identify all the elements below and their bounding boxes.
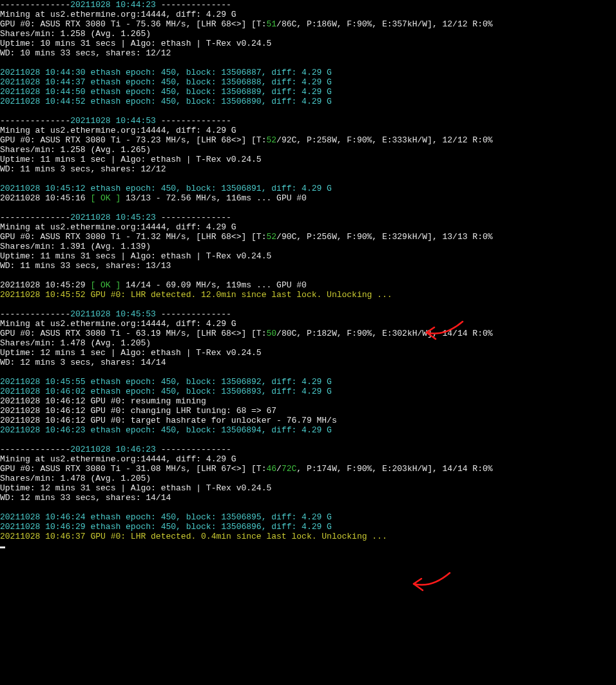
log-segment: GPU #0: ASUS RTX 3080 Ti - 71.32 MH/s, [… [0, 232, 266, 242]
log-line: Uptime: 11 mins 1 sec | Algo: ethash | T… [0, 155, 616, 164]
log-segment: Mining at us2.ethermine.org:14444, diff:… [0, 319, 236, 329]
log-segment: 20211028 10:44:50 ethash epoch: 450, blo… [0, 87, 332, 97]
log-line: Uptime: 12 mins 31 secs | Algo: ethash |… [0, 483, 616, 493]
log-line: 20211028 10:46:29 ethash epoch: 450, blo… [0, 522, 616, 532]
log-segment: Mining at us2.ethermine.org:14444, diff:… [0, 454, 236, 464]
log-segment: 20211028 10:46:12 GPU #0: target hashrat… [0, 416, 337, 425]
log-segment: 51 [266, 19, 276, 29]
log-line [0, 503, 616, 512]
log-line [0, 106, 616, 116]
log-line: Mining at us2.ethermine.org:14444, diff:… [0, 454, 616, 464]
log-line: 20211028 10:45:29 [ OK ] 14/14 - 69.09 M… [0, 280, 616, 290]
log-segment: Uptime: 11 mins 31 secs | Algo: ethash |… [0, 251, 271, 261]
log-line: Uptime: 10 mins 31 secs | Algo: ethash |… [0, 39, 616, 48]
log-line: Shares/min: 1.478 (Avg. 1.205) [0, 338, 616, 348]
log-line: 20211028 10:44:30 ethash epoch: 450, blo… [0, 68, 616, 77]
log-segment: 50 [266, 329, 276, 338]
log-line: --------------20211028 10:46:23 --------… [0, 445, 616, 454]
log-line: WD: 11 mins 33 secs, shares: 13/13 [0, 261, 616, 271]
log-segment: WD: 11 mins 33 secs, shares: 13/13 [0, 261, 171, 271]
log-line: 20211028 10:46:02 ethash epoch: 450, blo… [0, 387, 616, 396]
log-line [0, 174, 616, 184]
log-segment: 20211028 10:45:29 [0, 280, 90, 290]
log-segment: -------------- [156, 309, 231, 319]
log-segment: Uptime: 11 mins 1 sec | Algo: ethash | T… [0, 155, 262, 164]
log-segment: -------------- [0, 445, 70, 454]
log-line: 20211028 10:46:23 ethash epoch: 450, blo… [0, 425, 616, 435]
log-segment: 52 [266, 232, 276, 242]
log-segment: WD: 12 mins 3 secs, shares: 14/14 [0, 358, 166, 367]
log-segment: Shares/min: 1.258 (Avg. 1.265) [0, 29, 151, 39]
log-line: Shares/min: 1.478 (Avg. 1.205) [0, 474, 616, 483]
log-line: GPU #0: ASUS RTX 3080 Ti - 71.32 MH/s, [… [0, 232, 616, 242]
log-segment: 20211028 10:46:02 ethash epoch: 450, blo… [0, 387, 332, 396]
log-segment: 20211028 10:44:30 ethash epoch: 450, blo… [0, 68, 332, 77]
log-segment: 20211028 10:46:12 GPU #0: changing LHR t… [0, 406, 276, 416]
log-segment: -------------- [0, 0, 70, 10]
log-segment: 72C [282, 464, 296, 474]
log-segment: 14/14 - 69.09 MH/s, 119ms ... GPU #0 [120, 280, 307, 290]
log-segment: Uptime: 12 mins 31 secs | Algo: ethash |… [0, 483, 271, 493]
log-line: Mining at us2.ethermine.org:14444, diff:… [0, 126, 616, 135]
log-segment: WD: 12 mins 33 secs, shares: 14/14 [0, 493, 171, 503]
log-segment: Shares/min: 1.258 (Avg. 1.265) [0, 145, 151, 155]
log-segment: 52 [266, 135, 276, 145]
log-segment: Uptime: 10 mins 31 secs | Algo: ethash |… [0, 39, 271, 48]
log-segment: 20211028 10:46:29 ethash epoch: 450, blo… [0, 522, 332, 532]
log-line [0, 58, 616, 68]
log-line: 20211028 10:46:12 GPU #0: target hashrat… [0, 416, 616, 425]
log-segment: /80C, P:182W, F:90%, E:302kH/W], 14/14 R… [276, 329, 492, 338]
log-line: WD: 12 mins 33 secs, shares: 14/14 [0, 493, 616, 503]
log-segment: 20211028 10:46:23 ethash epoch: 450, blo… [0, 425, 332, 435]
log-line: 20211028 10:44:52 ethash epoch: 450, blo… [0, 97, 616, 106]
log-segment: /90C, P:256W, F:90%, E:329kH/W], 13/13 R… [276, 232, 492, 242]
log-line [0, 203, 616, 213]
log-segment: Mining at us2.ethermine.org:14444, diff:… [0, 10, 236, 19]
log-line: Shares/min: 1.258 (Avg. 1.265) [0, 145, 616, 155]
log-segment: -------------- [156, 213, 231, 222]
log-line: Shares/min: 1.391 (Avg. 1.139) [0, 242, 616, 251]
log-segment: Shares/min: 1.478 (Avg. 1.205) [0, 338, 151, 348]
log-segment: GPU #0: ASUS RTX 3080 Ti - 63.19 MH/s, [… [0, 329, 266, 338]
log-line: Mining at us2.ethermine.org:14444, diff:… [0, 319, 616, 329]
log-segment: [ OK ] [90, 280, 120, 290]
log-segment: 20211028 10:45:12 ethash epoch: 450, blo… [0, 184, 332, 193]
terminal-output[interactable]: --------------20211028 10:44:23 --------… [0, 0, 616, 551]
log-line: Uptime: 11 mins 31 secs | Algo: ethash |… [0, 251, 616, 261]
log-segment: -------------- [0, 213, 70, 222]
log-line [0, 300, 616, 309]
log-segment: -------------- [156, 116, 231, 126]
log-line: 20211028 10:45:16 [ OK ] 13/13 - 72.56 M… [0, 193, 616, 203]
log-segment: GPU #0: ASUS RTX 3080 Ti - 75.36 MH/s, [… [0, 19, 266, 29]
log-line: Uptime: 12 mins 1 sec | Algo: ethash | T… [0, 348, 616, 358]
log-segment: 20211028 10:46:37 GPU #0: LHR detected. … [0, 532, 387, 541]
log-segment: 20211028 10:45:52 GPU #0: LHR detected. … [0, 290, 392, 300]
log-segment: 20211028 10:45:53 [70, 309, 156, 319]
log-segment: 46 [266, 464, 276, 474]
log-segment: , P:174W, F:90%, E:203kH/W], 14/14 R:0% [296, 464, 492, 474]
log-segment: /92C, P:258W, F:90%, E:333kH/W], 12/12 R… [276, 135, 492, 145]
log-line: 20211028 10:44:50 ethash epoch: 450, blo… [0, 87, 616, 97]
log-line: --------------20211028 10:44:23 --------… [0, 0, 616, 10]
log-segment: Shares/min: 1.391 (Avg. 1.139) [0, 242, 151, 251]
cursor-line [0, 541, 616, 551]
log-line: 20211028 10:46:37 GPU #0: LHR detected. … [0, 532, 616, 541]
log-segment: 13/13 - 72.56 MH/s, 116ms ... GPU #0 [120, 193, 307, 203]
log-segment: Mining at us2.ethermine.org:14444, diff:… [0, 126, 236, 135]
log-line: WD: 12 mins 3 secs, shares: 14/14 [0, 358, 616, 367]
log-segment: 20211028 10:46:24 ethash epoch: 450, blo… [0, 512, 332, 522]
log-line: 20211028 10:45:12 ethash epoch: 450, blo… [0, 184, 616, 193]
log-segment: WD: 11 mins 3 secs, shares: 12/12 [0, 164, 166, 174]
log-segment: [ OK ] [90, 193, 120, 203]
log-line: Mining at us2.ethermine.org:14444, diff:… [0, 10, 616, 19]
log-line [0, 271, 616, 280]
annotation-arrow-icon [406, 570, 457, 596]
log-segment: GPU #0: ASUS RTX 3080 Ti - 73.23 MH/s, [… [0, 135, 266, 145]
log-segment: 20211028 10:44:53 [70, 116, 156, 126]
log-line: --------------20211028 10:45:53 --------… [0, 309, 616, 319]
log-segment: Uptime: 12 mins 1 sec | Algo: ethash | T… [0, 348, 262, 358]
log-line: Shares/min: 1.258 (Avg. 1.265) [0, 29, 616, 39]
log-segment: -------------- [0, 116, 70, 126]
log-line: --------------20211028 10:45:23 --------… [0, 213, 616, 222]
log-line: 20211028 10:45:52 GPU #0: LHR detected. … [0, 290, 616, 300]
